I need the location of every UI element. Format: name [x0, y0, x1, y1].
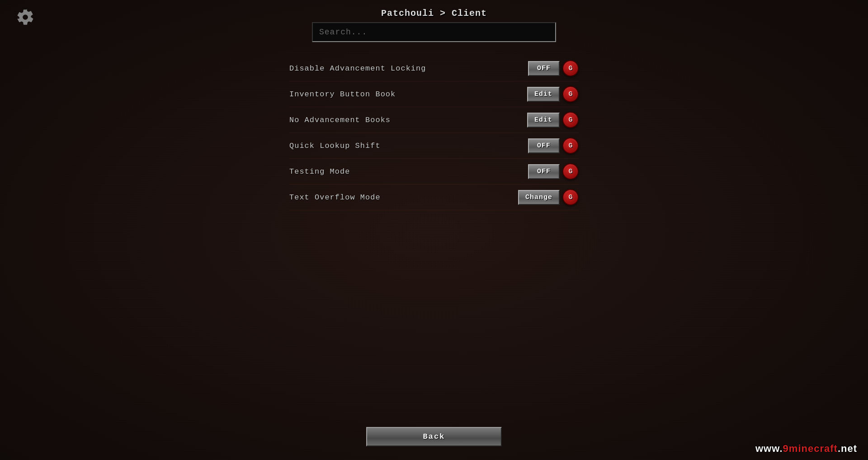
search-input[interactable]: [312, 22, 556, 42]
setting-label-text-overflow-mode: Text Overflow Mode: [289, 193, 381, 202]
watermark-www: www: [755, 443, 780, 454]
setting-action-button-text-overflow-mode[interactable]: Change: [518, 190, 560, 205]
setting-row-quick-lookup-shift: Quick Lookup ShiftOFFG: [289, 133, 579, 159]
setting-controls-text-overflow-mode: ChangeG: [518, 189, 579, 205]
bottom-area: Back: [0, 427, 868, 446]
settings-list: Disable Advancement LockingOFFGInventory…: [0, 56, 868, 210]
setting-controls-quick-lookup-shift: OFFG: [528, 138, 579, 154]
setting-controls-no-advancement-books: EditG: [527, 112, 579, 128]
setting-row-text-overflow-mode: Text Overflow ModeChangeG: [289, 185, 579, 210]
gear-icon: [16, 8, 34, 26]
setting-controls-testing-mode: OFFG: [528, 163, 579, 180]
setting-controls-disable-advancement-locking: OFFG: [528, 60, 579, 76]
setting-reset-button-testing-mode[interactable]: G: [562, 163, 579, 180]
back-button[interactable]: Back: [366, 427, 502, 446]
setting-action-button-inventory-button-book[interactable]: Edit: [527, 87, 560, 102]
setting-action-button-testing-mode[interactable]: OFF: [528, 164, 560, 179]
gear-icon-wrap: [16, 8, 34, 28]
watermark: www.9minecraft.net: [755, 443, 857, 455]
watermark-site: 9minecraft: [783, 443, 838, 454]
breadcrumb: Patchouli > Client: [381, 8, 487, 19]
setting-reset-button-quick-lookup-shift[interactable]: G: [562, 138, 579, 154]
setting-row-testing-mode: Testing ModeOFFG: [289, 159, 579, 185]
setting-reset-button-no-advancement-books[interactable]: G: [562, 112, 579, 128]
setting-row-disable-advancement-locking: Disable Advancement LockingOFFG: [289, 56, 579, 81]
watermark-net: net: [841, 443, 857, 454]
setting-label-no-advancement-books: No Advancement Books: [289, 116, 391, 124]
watermark-dot2: .: [838, 443, 841, 454]
setting-controls-inventory-button-book: EditG: [527, 86, 579, 102]
setting-label-testing-mode: Testing Mode: [289, 167, 350, 176]
setting-action-button-disable-advancement-locking[interactable]: OFF: [528, 61, 560, 76]
setting-row-inventory-button-book: Inventory Button BookEditG: [289, 81, 579, 107]
setting-action-button-quick-lookup-shift[interactable]: OFF: [528, 138, 560, 153]
setting-label-inventory-button-book: Inventory Button Book: [289, 90, 396, 99]
setting-reset-button-inventory-button-book[interactable]: G: [562, 86, 579, 102]
setting-reset-button-text-overflow-mode[interactable]: G: [562, 189, 579, 205]
setting-reset-button-disable-advancement-locking[interactable]: G: [562, 60, 579, 76]
setting-action-button-no-advancement-books[interactable]: Edit: [527, 113, 560, 128]
setting-label-quick-lookup-shift: Quick Lookup Shift: [289, 142, 381, 150]
setting-row-no-advancement-books: No Advancement BooksEditG: [289, 107, 579, 133]
page-wrapper: Patchouli > Client Disable Advancement L…: [0, 0, 868, 460]
watermark-dot1: .: [779, 443, 783, 454]
header: Patchouli > Client: [0, 0, 868, 51]
search-bar-wrap: [312, 22, 556, 42]
setting-label-disable-advancement-locking: Disable Advancement Locking: [289, 64, 426, 73]
